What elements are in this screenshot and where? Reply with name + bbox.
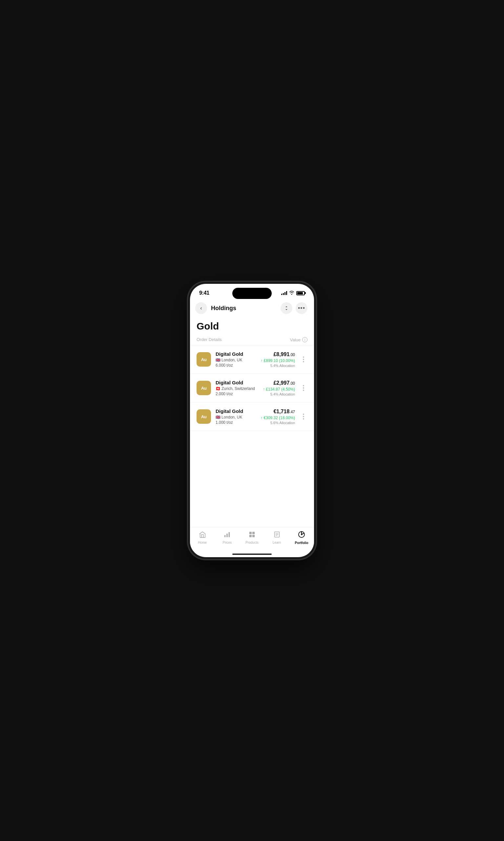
svg-rect-6 (252, 535, 255, 537)
prices-icon (223, 531, 231, 540)
learn-icon (273, 531, 281, 540)
holding-location: 🇬🇧 London, UK (216, 358, 256, 362)
phone-shell: 9:41 (188, 282, 316, 559)
nav-item-products[interactable]: Products (242, 531, 262, 544)
menu-dot (303, 414, 304, 415)
page-content: Gold Order Details Value i Au Digital Go… (190, 317, 314, 527)
holding-price: £2,997.00 (263, 380, 295, 386)
status-time: 9:41 (199, 290, 209, 296)
signal-icon (281, 291, 287, 295)
more-icon: ••• (298, 305, 305, 312)
more-button[interactable]: ••• (295, 302, 307, 314)
nav-item-prices[interactable]: Prices (217, 531, 237, 544)
holding-item[interactable]: Au Digital Gold 🇬🇧 London, UK 6.000 t/oz… (190, 345, 314, 374)
home-icon (199, 531, 206, 540)
sort-button[interactable] (281, 302, 292, 314)
flag-icon: 🇨🇭 (216, 386, 220, 391)
holding-location: 🇨🇭 Zurich, Switzerland (216, 386, 258, 391)
holding-values: £8,991.00 ↑ £899.10 (10.00%) 5.4% Alloca… (260, 351, 295, 367)
back-button[interactable]: ‹ (195, 302, 207, 314)
holding-icon-text: Au (201, 386, 206, 391)
battery-icon (296, 291, 305, 295)
wifi-icon (289, 291, 294, 296)
products-icon (248, 531, 256, 540)
svg-rect-2 (229, 532, 230, 537)
phone-screen: 9:41 (190, 284, 314, 557)
holding-quantity: 1.000 t/oz (216, 420, 256, 425)
holding-icon-text: Au (201, 414, 206, 419)
menu-dot (303, 390, 304, 391)
flag-icon: 🇬🇧 (216, 415, 220, 419)
status-icons (281, 291, 305, 296)
back-arrow-icon: ‹ (200, 305, 202, 311)
holdings-list: Au Digital Gold 🇬🇧 London, UK 6.000 t/oz… (190, 345, 314, 431)
menu-dot (303, 416, 304, 417)
holding-price-cents: .47 (289, 410, 295, 414)
dynamic-island (232, 288, 272, 299)
menu-dot (303, 359, 304, 360)
holding-menu-button[interactable] (300, 357, 307, 362)
holding-icon: Au (197, 352, 211, 367)
portfolio-label: Portfolio (295, 541, 308, 545)
flag-icon: 🇬🇧 (216, 358, 220, 362)
info-icon[interactable]: i (302, 337, 307, 342)
holding-price-cents: .00 (289, 353, 295, 357)
menu-dot (303, 357, 304, 358)
holding-price-cents: .00 (289, 381, 295, 386)
holding-location: 🇬🇧 London, UK (216, 415, 256, 419)
holding-values: €1,718.47 ↑ €309.32 (18.00%) 5.6% Alloca… (260, 409, 295, 425)
portfolio-icon (298, 531, 305, 540)
holding-item[interactable]: Au Digital Gold 🇬🇧 London, UK 1.000 t/oz… (190, 402, 314, 431)
holding-price: £8,991.00 (260, 351, 295, 357)
holding-allocation: 5.6% Allocation (260, 421, 295, 425)
holding-item[interactable]: Au Digital Gold 🇨🇭 Zurich, Switzerland 2… (190, 374, 314, 402)
holding-name: Digital Gold (216, 408, 256, 414)
products-label: Products (246, 541, 258, 544)
svg-rect-5 (249, 535, 252, 537)
svg-rect-0 (224, 535, 226, 537)
holding-name: Digital Gold (216, 380, 258, 385)
holding-menu-button[interactable] (300, 385, 307, 391)
holding-quantity: 2.000 t/oz (216, 392, 258, 396)
menu-dot (303, 418, 304, 419)
holding-name: Digital Gold (216, 351, 256, 357)
menu-dot (303, 361, 304, 362)
holding-allocation: 5.4% Allocation (263, 392, 295, 396)
value-header-container: Value i (290, 337, 307, 342)
holding-menu-button[interactable] (300, 414, 307, 419)
nav-actions: ••• (281, 302, 307, 314)
nav-item-portfolio[interactable]: Portfolio (292, 531, 311, 545)
menu-dot (303, 387, 304, 389)
home-bar (232, 553, 272, 555)
nav-item-home[interactable]: Home (193, 531, 212, 544)
holding-quantity: 6.000 t/oz (216, 363, 256, 367)
svg-rect-4 (252, 532, 255, 534)
value-header: Value (290, 337, 301, 342)
holding-gain: ↑ £134.87 (4.50%) (263, 387, 295, 392)
holding-gain: ↑ £899.10 (10.00%) (260, 358, 295, 363)
holding-icon-text: Au (201, 357, 206, 362)
sort-icon (284, 306, 289, 311)
bottom-nav: Home Prices (190, 527, 314, 551)
order-details-header: Order Details (197, 337, 222, 342)
holding-icon: Au (197, 409, 211, 424)
holding-values: £2,997.00 ↑ £134.87 (4.50%) 5.4% Allocat… (263, 380, 295, 396)
holding-price: €1,718.47 (260, 409, 295, 415)
holding-gain: ↑ €309.32 (18.00%) (260, 416, 295, 420)
page-title: Gold (190, 318, 314, 337)
nav-header: ‹ Holdings ••• (190, 299, 314, 317)
holding-details: Digital Gold 🇬🇧 London, UK 6.000 t/oz (216, 351, 256, 367)
home-label: Home (198, 541, 207, 544)
holding-icon: Au (197, 381, 211, 395)
prices-label: Prices (222, 541, 232, 544)
nav-item-learn[interactable]: Learn (267, 531, 287, 544)
learn-label: Learn (273, 541, 281, 544)
holding-allocation: 5.4% Allocation (260, 364, 295, 367)
holding-details: Digital Gold 🇨🇭 Zurich, Switzerland 2.00… (216, 380, 258, 396)
svg-rect-1 (227, 533, 228, 537)
nav-title: Holdings (211, 305, 281, 312)
home-indicator (190, 551, 314, 557)
svg-point-12 (301, 534, 302, 535)
holding-details: Digital Gold 🇬🇧 London, UK 1.000 t/oz (216, 408, 256, 425)
table-headers: Order Details Value i (190, 337, 314, 345)
